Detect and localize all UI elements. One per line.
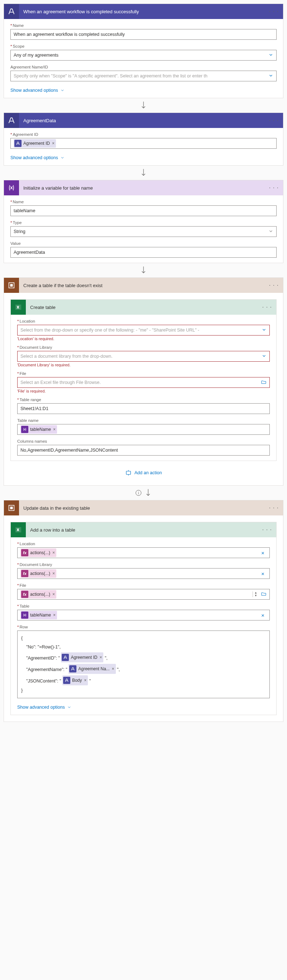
scope-select[interactable]: Any of my agreements [10, 50, 277, 60]
remove-token-icon[interactable]: × [99, 653, 102, 662]
table-name-label: Table name [17, 418, 270, 423]
var-name-label: Name [10, 200, 277, 204]
file-input[interactable]: fx actions(...) × ▲▼ [17, 589, 270, 600]
remove-token-icon[interactable]: × [53, 427, 56, 432]
more-menu-icon[interactable]: · · · [269, 185, 279, 191]
init-variable-card: Initialize a variable for table name · ·… [3, 180, 284, 263]
more-menu-icon[interactable]: · · · [269, 505, 279, 511]
trigger-card: When an agreement workflow is completed … [3, 3, 284, 98]
agreement-name-token[interactable]: Agreement Na... × [69, 664, 115, 674]
create-table-scope-header[interactable]: Create a table if the table doesn't exis… [4, 278, 283, 293]
row-label: Row [17, 625, 270, 629]
init-variable-header[interactable]: Initialize a variable for table name · ·… [4, 180, 283, 196]
remove-token-icon[interactable]: × [53, 612, 56, 617]
init-variable-title: Initialize a variable for table name [19, 185, 269, 191]
doclib-select[interactable]: Select a document library from the drop-… [17, 351, 270, 362]
doclib-error: 'Document Library' is required. [17, 363, 270, 367]
location-error: 'Location' is required. [17, 337, 270, 341]
more-menu-icon[interactable]: · · · [262, 527, 272, 533]
svg-rect-6 [126, 471, 131, 474]
remove-token-icon[interactable]: × [53, 550, 55, 555]
location-input[interactable]: fx actions(...) × × [17, 547, 270, 558]
remove-token-icon[interactable]: × [52, 141, 54, 146]
clear-icon[interactable]: × [259, 612, 266, 618]
doclib-label: Document Library [17, 562, 270, 567]
fx-token[interactable]: fx actions(...) × [21, 590, 56, 598]
info-icon[interactable]: i [136, 490, 141, 496]
agreement-id-label: Agreement ID [10, 132, 277, 137]
show-advanced-link[interactable]: Show advanced options [10, 88, 65, 93]
add-action-button[interactable]: Add an action [10, 461, 277, 479]
flow-arrow [3, 165, 284, 180]
clear-icon[interactable]: × [259, 571, 266, 577]
more-menu-icon[interactable]: · · · [269, 117, 279, 124]
more-menu-icon[interactable]: · · · [262, 304, 272, 310]
file-error: 'File' is required. [17, 389, 270, 393]
var-value-label: Value [10, 241, 277, 245]
chevron-down-icon [268, 73, 273, 79]
trigger-header[interactable]: When an agreement workflow is completed … [4, 4, 283, 19]
agreement-id-input[interactable]: Agreement ID × [10, 138, 277, 149]
show-advanced-link[interactable]: Show advanced options [10, 155, 65, 160]
agreement-data-card: AgreementData · · · Agreement ID Agreeme… [3, 113, 284, 165]
var-value-input[interactable]: AgreementData [10, 247, 277, 258]
scope-icon [4, 278, 19, 293]
remove-token-icon[interactable]: × [53, 571, 55, 576]
table-name-input[interactable]: tableName × [17, 424, 270, 435]
trigger-title: When an agreement workflow is completed … [19, 9, 269, 14]
remove-token-icon[interactable]: × [84, 676, 86, 685]
update-data-scope-card: Update data in the existing table · · · … [3, 500, 284, 722]
folder-browse-icon[interactable] [261, 379, 266, 386]
table-range-input[interactable]: Sheet1!A1:D1 [17, 403, 270, 414]
location-select[interactable]: Select from the drop-down or specify one… [17, 325, 270, 336]
create-table-scope-title: Create a table if the table doesn't exis… [19, 283, 269, 288]
more-menu-icon[interactable]: · · · [269, 8, 279, 15]
location-label: Location [17, 319, 270, 323]
scope-label: Scope [10, 44, 277, 48]
table-label: Table [17, 604, 270, 608]
add-row-header[interactable]: Add a row into a table · · · [11, 522, 276, 537]
columns-names-label: Columns names [17, 439, 270, 444]
adobe-sign-icon [4, 4, 19, 19]
chevron-down-icon [268, 229, 273, 235]
flow-arrow [3, 98, 284, 113]
agreement-data-header[interactable]: AgreementData · · · [4, 113, 283, 128]
agreement-id-token[interactable]: Agreement ID × [61, 652, 103, 662]
remove-token-icon[interactable]: × [53, 592, 55, 597]
variable-icon [21, 426, 28, 433]
table-input[interactable]: tableName × × [17, 610, 270, 620]
name-label: Name [10, 23, 277, 28]
svg-rect-11 [10, 506, 13, 509]
location-label: Location [17, 542, 270, 546]
clear-icon[interactable]: × [259, 550, 266, 556]
columns-names-input[interactable]: No,AgreementID,AgreementName,JSONContent [17, 445, 270, 456]
body-token[interactable]: Body × [62, 675, 88, 686]
create-table-header[interactable]: Create table · · · [11, 300, 276, 315]
fx-token[interactable]: fx actions(...) × [21, 569, 56, 578]
update-data-scope-header[interactable]: Update data in the existing table · · · [4, 500, 283, 515]
adobe-sign-icon [69, 665, 77, 673]
name-input[interactable]: When an agreement workflow is completed … [10, 29, 277, 40]
show-advanced-link[interactable]: Show advanced options [17, 705, 72, 710]
folder-browse-icon[interactable] [261, 591, 266, 598]
agreement-nameid-select[interactable]: Specify only when "Scope" is "A specific… [10, 71, 277, 81]
more-menu-icon[interactable]: · · · [269, 282, 279, 288]
row-input[interactable]: { "No": "=Row()-1", "AgreementID": " Agr… [17, 630, 270, 698]
stepper-icon[interactable]: ▲▼ [253, 592, 257, 597]
var-name-input[interactable]: tableName [10, 205, 277, 216]
svg-rect-4 [10, 284, 13, 286]
chevron-down-icon [268, 52, 273, 59]
doclib-input[interactable]: fx actions(...) × × [17, 568, 270, 579]
tablename-token[interactable]: tableName × [21, 611, 57, 619]
variable-icon [21, 611, 28, 619]
file-input[interactable]: Select an Excel file through File Browse… [17, 377, 270, 388]
var-type-select[interactable]: String [10, 226, 277, 237]
add-row-card: Add a row into a table · · · Location fx… [10, 522, 277, 715]
adobe-sign-icon [14, 140, 22, 147]
remove-token-icon[interactable]: × [112, 665, 115, 673]
agreement-id-token[interactable]: Agreement ID × [14, 139, 56, 148]
fx-token[interactable]: fx actions(...) × [21, 549, 56, 557]
var-type-label: Type [10, 220, 277, 225]
tablename-token[interactable]: tableName × [21, 425, 57, 434]
flow-arrow: i [3, 486, 284, 500]
